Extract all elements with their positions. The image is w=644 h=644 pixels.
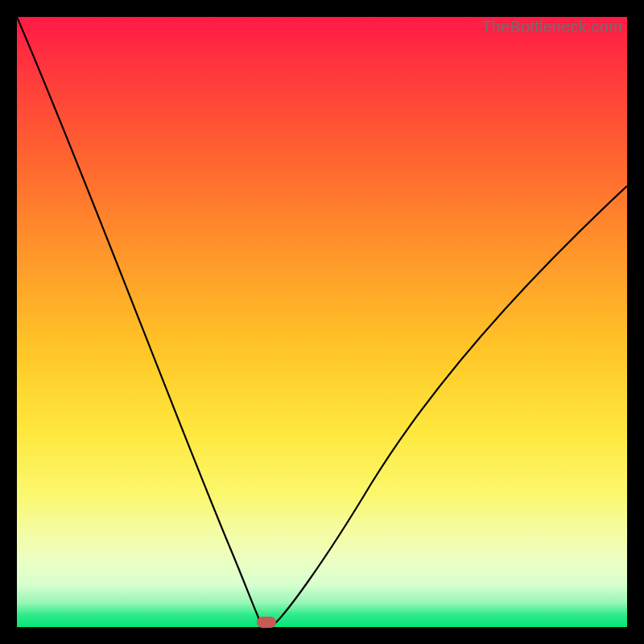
optimal-point-marker — [257, 617, 276, 628]
bottleneck-curve — [17, 17, 627, 624]
curve-overlay — [17, 17, 627, 627]
plot-area: TheBottleneck.com — [17, 17, 627, 627]
chart-frame: TheBottleneck.com — [0, 0, 644, 644]
